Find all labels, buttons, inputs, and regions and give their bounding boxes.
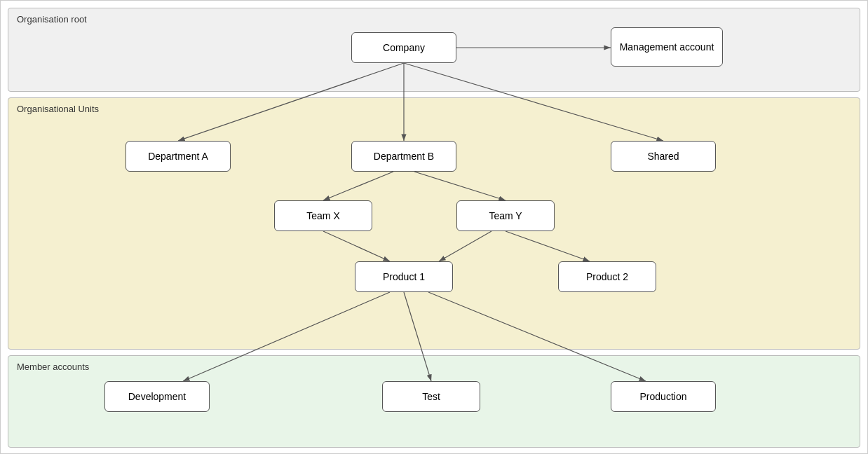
section-member-accounts-label: Member accounts	[17, 362, 89, 372]
node-dept-b[interactable]: Department B	[351, 141, 456, 172]
node-shared[interactable]: Shared	[611, 141, 716, 172]
node-test[interactable]: Test	[382, 381, 480, 412]
section-org-root-label: Organisation root	[17, 14, 87, 25]
section-org-units: Organisational Units	[8, 97, 860, 350]
node-management-account[interactable]: Management account	[611, 27, 723, 67]
node-team-y[interactable]: Team Y	[456, 200, 555, 231]
node-dept-a[interactable]: Department A	[126, 141, 231, 172]
diagram-container: Organisation root Organisational Units M…	[0, 0, 868, 454]
section-org-units-label: Organisational Units	[17, 104, 99, 114]
node-team-x[interactable]: Team X	[274, 200, 372, 231]
node-product2[interactable]: Product 2	[558, 261, 656, 292]
node-company[interactable]: Company	[351, 32, 456, 63]
node-development[interactable]: Development	[104, 381, 210, 412]
node-production[interactable]: Production	[611, 381, 716, 412]
node-product1[interactable]: Product 1	[355, 261, 453, 292]
